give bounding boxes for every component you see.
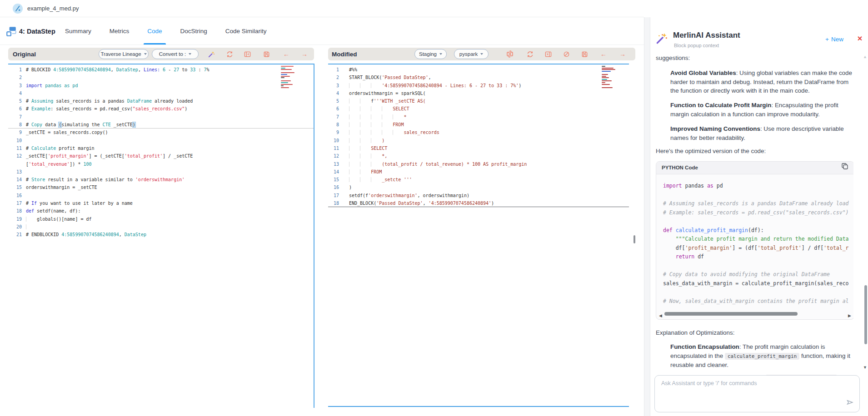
line-number: 6 bbox=[8, 105, 22, 113]
steps-logo-icon bbox=[5, 25, 17, 39]
tab-code-similarity[interactable]: Code Similarity bbox=[223, 18, 269, 45]
horizontal-scrollbar[interactable]: ◀ ▶ bbox=[659, 312, 851, 316]
code-line: ['total_revenue']) * 100 bbox=[8, 160, 314, 168]
line-number: 6 bbox=[328, 105, 339, 113]
chat-messages: suggestions: Avoid Global Variables: Usi… bbox=[656, 54, 853, 375]
scroll-right-icon[interactable]: ▶ bbox=[848, 312, 851, 321]
code-line: 15orderswithmargin = _setCTE bbox=[8, 183, 314, 191]
code-line: df['profit_margin'] = (df['total_profit'… bbox=[663, 244, 853, 253]
staging-dropdown[interactable]: Staging bbox=[414, 49, 447, 59]
minimap[interactable] bbox=[281, 66, 294, 88]
line-number: 17 bbox=[8, 199, 22, 207]
convert-to-dropdown[interactable]: Convert to : bbox=[152, 49, 199, 59]
panel-left-icon[interactable] bbox=[243, 48, 252, 60]
code-line: # Example: sales_records = pd.read_csv("… bbox=[663, 208, 853, 218]
code-line: 10 bbox=[8, 137, 314, 144]
close-assistant-button[interactable]: ✕ bbox=[857, 35, 863, 42]
code-line: 7 * bbox=[328, 113, 629, 121]
code-line: 5 f'''WITH _setCTE AS( bbox=[328, 97, 629, 105]
explanation-item: Function Encapsulation: The profit margi… bbox=[670, 342, 853, 369]
line-number: 1 bbox=[8, 66, 22, 74]
language-dropdown[interactable]: pyspark bbox=[454, 49, 489, 59]
line-number: 14 bbox=[328, 168, 339, 176]
tab-summary[interactable]: Summary bbox=[62, 18, 94, 45]
tab-list: Summary Metrics Code DocString Code Simi… bbox=[62, 18, 269, 45]
code-line: 20 bbox=[8, 223, 314, 231]
scrollbar-thumb[interactable] bbox=[864, 285, 867, 344]
scrollbar-thumb[interactable] bbox=[664, 312, 798, 316]
message-text: Explanation of Optimizations: bbox=[656, 328, 853, 337]
line-number: 12 bbox=[328, 152, 339, 160]
magic-wand-icon[interactable] bbox=[207, 48, 216, 60]
code-line bbox=[663, 191, 853, 200]
refresh-icon[interactable] bbox=[525, 48, 534, 60]
line-number: 10 bbox=[8, 137, 22, 144]
code-line bbox=[663, 217, 853, 226]
line-number: 17 bbox=[328, 192, 339, 199]
code-line: def calculate_profit_margin(df): bbox=[663, 226, 853, 235]
tab-bar: 4: DataStep Summary Metrics Code DocStri… bbox=[0, 18, 644, 45]
save-icon[interactable] bbox=[580, 48, 589, 60]
arrow-right-icon[interactable]: → bbox=[300, 48, 309, 60]
code-line: 5# Assuming sales_records is a pandas Da… bbox=[8, 97, 314, 105]
chat-input[interactable] bbox=[655, 376, 859, 412]
arrow-right-icon[interactable]: → bbox=[618, 48, 627, 60]
arrow-left-icon[interactable]: ← bbox=[599, 48, 608, 60]
code-line: 17# If you want to use it later by a nam… bbox=[8, 199, 314, 207]
code-line: 2 bbox=[8, 74, 314, 81]
minimap[interactable] bbox=[602, 66, 615, 88]
line-number: 16 bbox=[8, 192, 22, 199]
line-number: 9 bbox=[328, 129, 339, 136]
chevron-down-icon bbox=[144, 53, 147, 55]
eye-off-icon[interactable] bbox=[562, 48, 571, 60]
line-number: 1 bbox=[328, 66, 339, 74]
line-number: 3 bbox=[8, 82, 22, 89]
code-line: 3 '4:5859907074586240894 - Lines: 6 - 27… bbox=[328, 82, 629, 89]
scroll-up-icon[interactable]: ▲ bbox=[863, 54, 867, 59]
code-line: 18def setdf(name, df): bbox=[8, 207, 314, 215]
window-title: example_4_med.py bbox=[27, 5, 79, 12]
panel-right-icon[interactable] bbox=[544, 48, 553, 60]
new-chat-button[interactable]: + New bbox=[825, 36, 843, 43]
line-number: 11 bbox=[328, 144, 339, 152]
traverse-lineage-dropdown[interactable]: Traverse Lineage bbox=[99, 49, 149, 59]
compare-icon[interactable] bbox=[505, 48, 514, 60]
code-line: 17setdf(f'orderswithmargin', orderswithm… bbox=[328, 192, 629, 199]
chevron-down-icon bbox=[439, 53, 442, 55]
refresh-icon[interactable] bbox=[225, 48, 234, 60]
code-line: 1# BLOCKID 4:5859907074586240894, DataSt… bbox=[8, 66, 314, 74]
line-number: 8 bbox=[8, 121, 22, 129]
code-line: 19 globals()[name] = df bbox=[8, 215, 314, 223]
code-line bbox=[663, 262, 853, 271]
code-line: 3import pandas as pd bbox=[8, 82, 314, 89]
line-number: 4 bbox=[8, 89, 22, 97]
line-number: 19 bbox=[8, 215, 22, 223]
arrow-left-icon[interactable]: ← bbox=[282, 48, 291, 60]
code-line: 15 _setcte ''' bbox=[328, 176, 629, 183]
line-number: 5 bbox=[8, 97, 22, 105]
chevron-down-icon bbox=[189, 53, 191, 55]
title-bar: example_4_med.py bbox=[0, 0, 644, 17]
save-icon[interactable] bbox=[262, 48, 271, 60]
line-number: 2 bbox=[8, 74, 22, 81]
tab-metrics[interactable]: Metrics bbox=[107, 18, 132, 45]
copy-code-button[interactable] bbox=[841, 163, 848, 173]
scroll-down-icon[interactable]: ▼ bbox=[863, 365, 867, 370]
code-line: import pandas as pd bbox=[663, 182, 853, 191]
line-number: 7 bbox=[328, 113, 339, 121]
tab-docstring[interactable]: DocString bbox=[178, 18, 210, 45]
code-line: 6 SELECT bbox=[328, 105, 629, 113]
code-editor-modified[interactable]: 1#%%2START_BLOCK('Passed DataStep',3 '4:… bbox=[328, 64, 629, 407]
code-line: 9_setCTE = sales_records.copy() bbox=[8, 129, 314, 136]
tab-code[interactable]: Code bbox=[145, 18, 165, 45]
code-line: 13 bbox=[8, 168, 314, 176]
code-line: 7 bbox=[8, 113, 314, 121]
suggestion-item: Improved Naming Conventions: Use more de… bbox=[670, 124, 853, 143]
code-editor-original[interactable]: 1# BLOCKID 4:5859907074586240894, DataSt… bbox=[8, 64, 314, 408]
send-icon[interactable] bbox=[846, 398, 854, 408]
code-line: 16) bbox=[328, 183, 629, 191]
assistant-icon bbox=[656, 32, 668, 46]
scrollbar-thumb[interactable] bbox=[634, 235, 635, 243]
scroll-left-icon[interactable]: ◀ bbox=[659, 312, 662, 321]
code-line: 4 bbox=[8, 89, 314, 97]
